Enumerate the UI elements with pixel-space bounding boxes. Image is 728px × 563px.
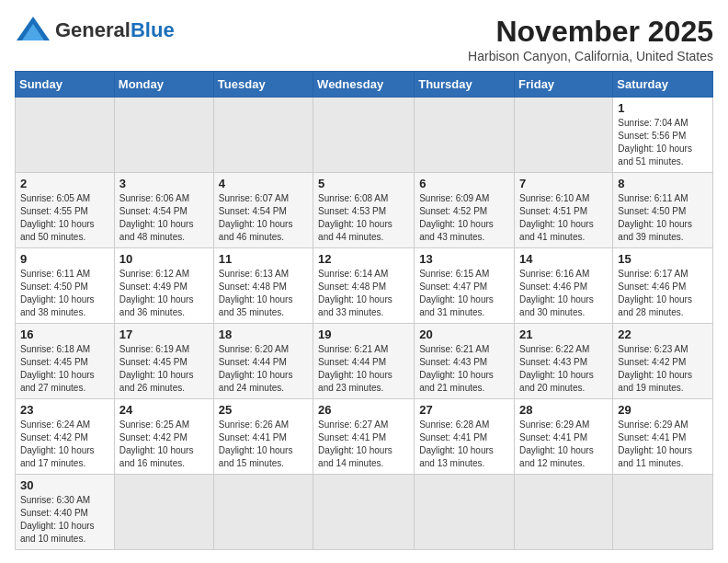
weekday-header-saturday: Saturday [613, 72, 713, 98]
calendar-cell: 26Sunrise: 6:27 AM Sunset: 4:41 PM Dayli… [313, 399, 415, 475]
calendar-cell: 1Sunrise: 7:04 AM Sunset: 5:56 PM Daylig… [613, 98, 713, 173]
day-number: 30 [20, 478, 109, 492]
calendar-cell [613, 475, 713, 550]
day-number: 2 [20, 177, 109, 190]
calendar-cell [415, 98, 515, 173]
day-number: 18 [219, 327, 308, 341]
calendar-cell [213, 98, 313, 173]
day-info: Sunrise: 6:30 AM Sunset: 4:40 PM Dayligh… [20, 494, 109, 546]
day-info: Sunrise: 6:14 AM Sunset: 4:48 PM Dayligh… [318, 268, 409, 319]
day-number: 4 [219, 177, 308, 190]
calendar-cell: 3Sunrise: 6:06 AM Sunset: 4:54 PM Daylig… [114, 173, 213, 248]
calendar-cell [114, 475, 213, 550]
weekday-header-sunday: Sunday [16, 72, 115, 98]
weekday-header-tuesday: Tuesday [213, 72, 313, 98]
calendar-cell [515, 98, 613, 173]
day-info: Sunrise: 6:24 AM Sunset: 4:42 PM Dayligh… [20, 419, 109, 470]
calendar-cell [114, 98, 213, 173]
day-number: 22 [618, 327, 708, 341]
calendar-cell: 14Sunrise: 6:16 AM Sunset: 4:46 PM Dayli… [515, 248, 613, 324]
title-area: November 2025 Harbison Canyon, Californi… [468, 15, 713, 63]
weekday-header-wednesday: Wednesday [313, 72, 415, 98]
calendar-cell: 2Sunrise: 6:05 AM Sunset: 4:55 PM Daylig… [16, 173, 115, 248]
day-number: 23 [20, 403, 109, 417]
day-info: Sunrise: 6:11 AM Sunset: 4:50 PM Dayligh… [20, 268, 109, 319]
calendar-cell: 12Sunrise: 6:14 AM Sunset: 4:48 PM Dayli… [313, 248, 415, 324]
logo-icon [15, 15, 51, 46]
weekday-header-friday: Friday [515, 72, 613, 98]
day-number: 26 [318, 403, 409, 417]
day-number: 11 [219, 252, 308, 266]
calendar-cell: 17Sunrise: 6:19 AM Sunset: 4:45 PM Dayli… [114, 324, 213, 399]
day-number: 7 [519, 177, 608, 190]
day-number: 10 [119, 252, 209, 266]
logo-area: GeneralBlue [15, 15, 175, 46]
calendar-cell: 5Sunrise: 6:08 AM Sunset: 4:53 PM Daylig… [313, 173, 415, 248]
day-info: Sunrise: 6:21 AM Sunset: 4:43 PM Dayligh… [419, 343, 509, 395]
calendar-cell [313, 98, 415, 173]
day-info: Sunrise: 7:04 AM Sunset: 5:56 PM Dayligh… [618, 117, 708, 168]
day-info: Sunrise: 6:25 AM Sunset: 4:42 PM Dayligh… [119, 419, 209, 470]
weekday-header-monday: Monday [114, 72, 213, 98]
calendar-cell: 15Sunrise: 6:17 AM Sunset: 4:46 PM Dayli… [613, 248, 713, 324]
day-number: 29 [618, 403, 708, 417]
calendar-cell: 18Sunrise: 6:20 AM Sunset: 4:44 PM Dayli… [213, 324, 313, 399]
day-info: Sunrise: 6:23 AM Sunset: 4:42 PM Dayligh… [618, 343, 708, 395]
calendar-week-4: 16Sunrise: 6:18 AM Sunset: 4:45 PM Dayli… [16, 324, 713, 399]
day-number: 14 [519, 252, 608, 266]
calendar-cell: 13Sunrise: 6:15 AM Sunset: 4:47 PM Dayli… [415, 248, 515, 324]
day-info: Sunrise: 6:27 AM Sunset: 4:41 PM Dayligh… [318, 419, 409, 470]
calendar-week-5: 23Sunrise: 6:24 AM Sunset: 4:42 PM Dayli… [16, 399, 713, 475]
calendar-cell: 6Sunrise: 6:09 AM Sunset: 4:52 PM Daylig… [415, 173, 515, 248]
day-info: Sunrise: 6:09 AM Sunset: 4:52 PM Dayligh… [419, 192, 509, 244]
calendar-cell: 22Sunrise: 6:23 AM Sunset: 4:42 PM Dayli… [613, 324, 713, 399]
day-info: Sunrise: 6:18 AM Sunset: 4:45 PM Dayligh… [20, 343, 109, 395]
day-info: Sunrise: 6:08 AM Sunset: 4:53 PM Dayligh… [318, 192, 409, 244]
day-number: 17 [119, 327, 209, 341]
calendar-cell [515, 475, 613, 550]
calendar-cell: 8Sunrise: 6:11 AM Sunset: 4:50 PM Daylig… [613, 173, 713, 248]
logo-text: GeneralBlue [55, 18, 175, 42]
day-number: 8 [618, 177, 708, 190]
calendar-cell: 21Sunrise: 6:22 AM Sunset: 4:43 PM Dayli… [515, 324, 613, 399]
day-number: 24 [119, 403, 209, 417]
day-info: Sunrise: 6:19 AM Sunset: 4:45 PM Dayligh… [119, 343, 209, 395]
page-header: GeneralBlue November 2025 Harbison Canyo… [15, 15, 713, 63]
calendar-week-6: 30Sunrise: 6:30 AM Sunset: 4:40 PM Dayli… [16, 475, 713, 550]
calendar-cell [213, 475, 313, 550]
calendar-table: SundayMondayTuesdayWednesdayThursdayFrid… [15, 71, 713, 550]
day-info: Sunrise: 6:21 AM Sunset: 4:44 PM Dayligh… [318, 343, 409, 395]
day-info: Sunrise: 6:13 AM Sunset: 4:48 PM Dayligh… [219, 268, 308, 319]
day-info: Sunrise: 6:29 AM Sunset: 4:41 PM Dayligh… [618, 419, 708, 470]
calendar-cell: 28Sunrise: 6:29 AM Sunset: 4:41 PM Dayli… [515, 399, 613, 475]
day-info: Sunrise: 6:10 AM Sunset: 4:51 PM Dayligh… [519, 192, 608, 244]
day-number: 20 [419, 327, 509, 341]
day-number: 28 [519, 403, 608, 417]
day-number: 13 [419, 252, 509, 266]
day-number: 16 [20, 327, 109, 341]
day-number: 15 [618, 252, 708, 266]
day-number: 19 [318, 327, 409, 341]
day-number: 6 [419, 177, 509, 190]
day-info: Sunrise: 6:16 AM Sunset: 4:46 PM Dayligh… [519, 268, 608, 319]
calendar-cell: 19Sunrise: 6:21 AM Sunset: 4:44 PM Dayli… [313, 324, 415, 399]
calendar-cell: 27Sunrise: 6:28 AM Sunset: 4:41 PM Dayli… [415, 399, 515, 475]
calendar-cell: 25Sunrise: 6:26 AM Sunset: 4:41 PM Dayli… [213, 399, 313, 475]
calendar-cell [313, 475, 415, 550]
calendar-cell: 20Sunrise: 6:21 AM Sunset: 4:43 PM Dayli… [415, 324, 515, 399]
calendar-cell: 16Sunrise: 6:18 AM Sunset: 4:45 PM Dayli… [16, 324, 115, 399]
calendar-week-1: 1Sunrise: 7:04 AM Sunset: 5:56 PM Daylig… [16, 98, 713, 173]
weekday-header-thursday: Thursday [415, 72, 515, 98]
day-info: Sunrise: 6:26 AM Sunset: 4:41 PM Dayligh… [219, 419, 308, 470]
day-number: 1 [618, 101, 708, 115]
calendar-cell: 30Sunrise: 6:30 AM Sunset: 4:40 PM Dayli… [16, 475, 115, 550]
day-info: Sunrise: 6:11 AM Sunset: 4:50 PM Dayligh… [618, 192, 708, 244]
day-info: Sunrise: 6:20 AM Sunset: 4:44 PM Dayligh… [219, 343, 308, 395]
day-number: 25 [219, 403, 308, 417]
day-number: 9 [20, 252, 109, 266]
day-number: 5 [318, 177, 409, 190]
location-subtitle: Harbison Canyon, California, United Stat… [468, 49, 713, 63]
day-number: 3 [119, 177, 209, 190]
day-number: 21 [519, 327, 608, 341]
day-info: Sunrise: 6:06 AM Sunset: 4:54 PM Dayligh… [119, 192, 209, 244]
